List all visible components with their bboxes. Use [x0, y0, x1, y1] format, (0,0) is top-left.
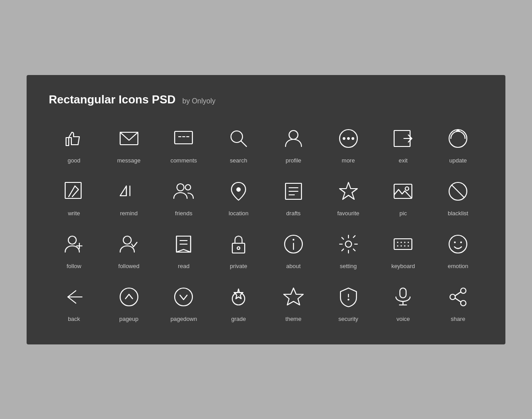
title-main: Rectangular Icons PSD — [49, 93, 176, 106]
exit-icon — [389, 124, 417, 153]
emotion-label: emotion — [448, 263, 468, 269]
svg-rect-40 — [232, 243, 245, 253]
icon-item-share: share — [433, 283, 483, 322]
comments-icon — [169, 124, 198, 153]
svg-point-23 — [236, 187, 241, 192]
icon-item-write: write — [49, 177, 99, 217]
update-icon — [444, 124, 472, 153]
icon-item-follow: follow — [49, 230, 99, 269]
followed-icon — [115, 230, 143, 258]
svg-rect-66 — [400, 288, 406, 298]
security-icon — [334, 283, 363, 311]
friends-label: friends — [175, 210, 192, 217]
location-label: location — [229, 210, 249, 217]
svg-point-71 — [450, 294, 455, 300]
icon-item-pageup: pageup — [104, 283, 154, 322]
profile-label: profile — [286, 157, 301, 164]
update-label: update — [449, 157, 467, 164]
follow-label: follow — [66, 263, 81, 269]
icon-item-search: search — [213, 124, 264, 164]
svg-point-36 — [123, 236, 131, 244]
remind-icon — [115, 177, 143, 206]
keyboard-label: keyboard — [391, 263, 415, 269]
voice-label: voice — [396, 316, 410, 322]
icon-item-about: about — [268, 230, 319, 269]
svg-point-41 — [237, 247, 240, 249]
icon-item-blacklist: blacklist — [433, 177, 483, 217]
icon-item-exit: exit — [378, 124, 429, 164]
blacklist-label: blacklist — [448, 210, 468, 217]
svg-marker-62 — [234, 289, 243, 299]
location-icon — [224, 177, 253, 206]
icon-item-drafts: drafts — [268, 177, 319, 217]
svg-rect-46 — [394, 239, 412, 249]
svg-point-55 — [449, 235, 467, 253]
search-label: search — [230, 157, 247, 164]
icon-card: Rectangular Icons PSD by Onlyoly good me… — [27, 75, 505, 344]
pagedown-label: pagedown — [170, 316, 197, 322]
back-icon — [60, 283, 88, 311]
svg-marker-28 — [340, 182, 357, 199]
icon-item-remind: remind — [104, 177, 154, 217]
svg-line-6 — [241, 141, 246, 146]
svg-point-65 — [348, 299, 349, 300]
theme-icon — [279, 283, 308, 311]
good-label: good — [67, 157, 80, 164]
icon-item-keyboard: keyboard — [378, 230, 429, 269]
icon-item-voice: voice — [378, 283, 429, 322]
svg-point-21 — [177, 184, 184, 191]
svg-point-56 — [454, 241, 456, 243]
svg-point-59 — [120, 288, 138, 306]
remind-label: remind — [120, 210, 138, 217]
setting-icon — [334, 230, 363, 258]
icon-item-profile: profile — [268, 124, 319, 164]
svg-line-72 — [455, 292, 461, 296]
back-label: back — [68, 316, 80, 322]
icon-item-message: message — [104, 124, 154, 164]
theme-label: theme — [286, 316, 301, 322]
emotion-icon — [444, 230, 472, 258]
good-icon — [60, 124, 88, 153]
blacklist-icon — [444, 177, 472, 206]
grade-icon — [224, 283, 253, 311]
write-label: write — [68, 210, 80, 217]
message-icon — [115, 124, 143, 153]
svg-point-44 — [293, 239, 294, 241]
page-title: Rectangular Icons PSD by Onlyoly — [49, 93, 483, 107]
keyboard-icon — [389, 230, 417, 258]
icon-item-theme: theme — [268, 283, 319, 322]
icon-item-good: good — [49, 124, 99, 164]
svg-point-69 — [461, 288, 466, 293]
private-icon — [224, 230, 253, 258]
svg-marker-18 — [120, 186, 126, 196]
svg-point-45 — [345, 241, 352, 247]
pagedown-icon — [169, 283, 198, 311]
svg-marker-63 — [284, 288, 303, 305]
icon-item-read: read — [159, 230, 209, 269]
exit-label: exit — [399, 157, 407, 164]
svg-point-7 — [289, 130, 298, 139]
svg-point-11 — [352, 138, 354, 139]
icon-item-comments: comments — [159, 124, 209, 164]
message-label: message — [117, 157, 141, 164]
search-icon — [224, 124, 253, 153]
icon-item-back: back — [49, 283, 99, 322]
favourite-label: favourite — [337, 210, 360, 217]
follow-icon — [60, 230, 88, 258]
read-label: read — [178, 263, 189, 269]
pageup-icon — [115, 283, 143, 311]
share-icon — [444, 283, 472, 311]
grade-label: grade — [231, 316, 246, 322]
icon-item-grade: grade — [213, 283, 264, 322]
title-sub: by Onlyoly — [182, 97, 215, 105]
icon-item-pagedown: pagedown — [159, 283, 209, 322]
icon-grid: good message comments search — [49, 124, 483, 322]
icon-item-emotion: emotion — [433, 230, 483, 269]
icon-item-security: security — [323, 283, 374, 322]
more-label: more — [342, 157, 355, 164]
icon-item-update: update — [433, 124, 483, 164]
more-icon — [334, 124, 363, 153]
voice-icon — [389, 283, 417, 311]
svg-point-61 — [232, 293, 245, 305]
private-label: private — [230, 263, 247, 269]
